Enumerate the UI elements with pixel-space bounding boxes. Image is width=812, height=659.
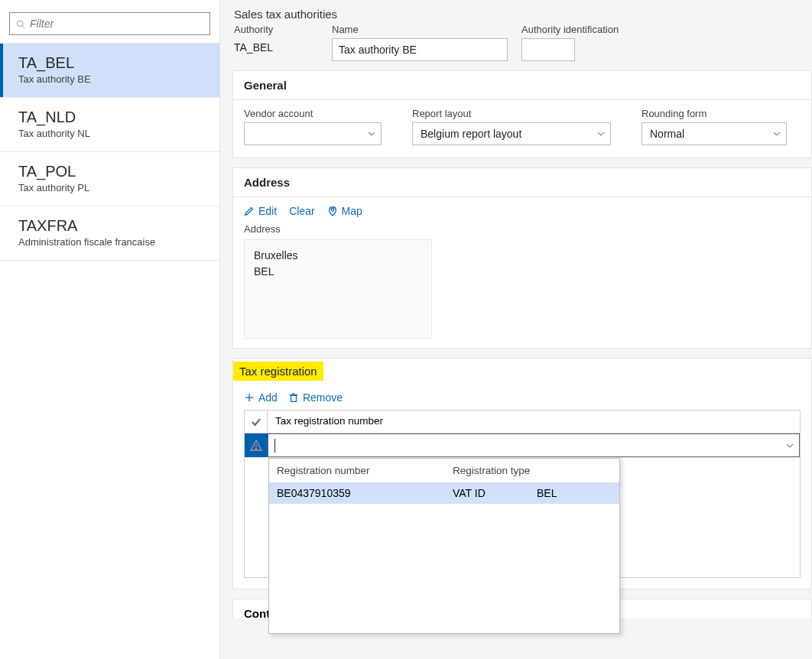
address-panel: Address Edit Clear Map Address Bruxelles… [232, 167, 812, 349]
svg-point-2 [331, 209, 334, 212]
svg-point-10 [255, 448, 256, 449]
chevron-down-icon [367, 129, 376, 138]
list-item-name: Tax authority PL [18, 182, 206, 193]
row-error-marker [245, 433, 268, 457]
report-value: Belgium report layout [421, 128, 521, 140]
address-text: Bruxelles BEL [244, 239, 432, 339]
search-icon [16, 19, 25, 29]
dropdown-col-registration-type: Registration type [453, 465, 530, 476]
main-content: Sales tax authorities Authority TA_BEL N… [220, 0, 812, 659]
warning-triangle-icon [249, 439, 263, 453]
dropdown-regnum: BE0437910359 [277, 487, 453, 499]
grid-row[interactable] [245, 433, 800, 458]
list-item-name: Tax authority BE [18, 73, 206, 85]
tax-registration-panel: Tax registration Add Remove Tax registra… [232, 358, 812, 589]
rounding-select[interactable]: Normal [641, 122, 787, 145]
report-label: Report layout [412, 108, 611, 119]
address-header[interactable]: Address [233, 168, 811, 196]
authority-label: Authority [234, 24, 318, 35]
tax-registration-grid: Tax registration number Registration num… [244, 410, 801, 578]
general-header[interactable]: General [233, 71, 811, 99]
authority-value: TA_BEL [234, 38, 318, 54]
text-cursor [274, 439, 275, 453]
svg-point-0 [18, 20, 24, 26]
edit-button[interactable]: Edit [244, 205, 277, 217]
tax-registration-header[interactable]: Tax registration [233, 362, 323, 381]
rounding-label: Rounding form [641, 108, 787, 119]
svg-rect-5 [291, 395, 296, 401]
add-button[interactable]: Add [244, 391, 278, 404]
report-select[interactable]: Belgium report layout [412, 122, 611, 145]
list-item[interactable]: TA_BEL Tax authority BE [0, 44, 219, 98]
chevron-down-icon [772, 129, 781, 138]
trash-icon [288, 392, 299, 403]
dropdown-col-registration-number: Registration number [277, 465, 453, 476]
authority-list: TA_BEL Tax authority BE TA_NLD Tax autho… [0, 43, 219, 659]
map-pin-icon [327, 206, 338, 216]
list-item-name: Tax authority NL [18, 128, 206, 139]
svg-line-1 [22, 25, 24, 28]
vendor-select[interactable] [244, 122, 382, 145]
name-input[interactable] [332, 38, 508, 61]
registration-number-input[interactable] [268, 433, 800, 457]
grid-col-registration[interactable]: Tax registration number [268, 411, 800, 433]
header-fields: Authority TA_BEL Name Authority identifi… [220, 22, 812, 70]
list-item-code: TAXFRA [18, 217, 206, 235]
list-item-code: TA_NLD [18, 109, 206, 126]
name-label: Name [332, 24, 508, 35]
sidebar: TA_BEL Tax authority BE TA_NLD Tax autho… [0, 0, 220, 659]
dropdown-row[interactable]: BE0437910359 VAT ID BEL [269, 482, 619, 504]
grid-select-all[interactable] [245, 411, 268, 433]
list-item-name: Administration fiscale francaise [18, 236, 206, 248]
pencil-icon [244, 206, 255, 216]
map-button[interactable]: Map [327, 205, 362, 217]
registration-dropdown[interactable]: Registration number Registration type BE… [268, 458, 620, 634]
page-title: Sales tax authorities [220, 0, 812, 22]
auth-id-input[interactable] [521, 38, 575, 61]
dropdown-country: BEL [537, 487, 598, 499]
plus-icon [244, 392, 255, 403]
remove-button[interactable]: Remove [288, 391, 343, 404]
address-label: Address [233, 223, 811, 235]
dropdown-regtype: VAT ID [453, 487, 537, 499]
clear-button[interactable]: Clear [289, 205, 314, 217]
check-icon [251, 417, 261, 427]
chevron-down-icon [785, 441, 794, 450]
rounding-value: Normal [650, 128, 684, 140]
list-item[interactable]: TA_POL Tax authority PL [0, 152, 219, 206]
list-item[interactable]: TA_NLD Tax authority NL [0, 98, 219, 152]
filter-box[interactable] [9, 12, 210, 35]
list-item-code: TA_BEL [18, 54, 206, 72]
chevron-down-icon [596, 129, 606, 138]
general-panel: General Vendor account Report layout [232, 70, 812, 158]
filter-input[interactable] [30, 18, 203, 30]
list-item[interactable]: TAXFRA Administration fiscale francaise [0, 206, 219, 261]
list-item-code: TA_POL [18, 163, 206, 180]
auth-id-label: Authority identification [521, 24, 619, 35]
vendor-label: Vendor account [244, 108, 382, 119]
